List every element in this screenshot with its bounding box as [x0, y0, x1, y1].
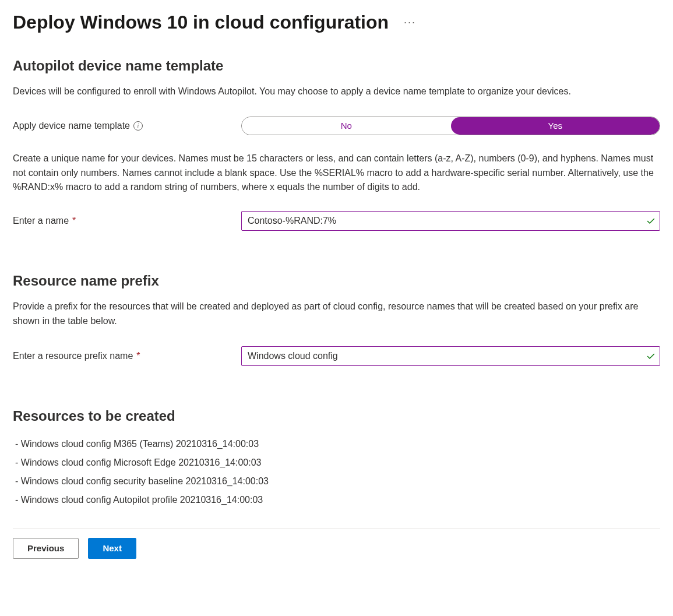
resources-list: Windows cloud config M365 (Teams) 202103… [13, 435, 660, 509]
resource-prefix-input[interactable] [241, 346, 660, 366]
next-button[interactable]: Next [88, 538, 136, 559]
previous-button[interactable]: Previous [13, 538, 79, 559]
apply-template-label: Apply device name template [13, 121, 130, 131]
info-icon[interactable]: i [133, 121, 143, 131]
list-item: Windows cloud config Autopilot profile 2… [15, 491, 660, 509]
list-item: Windows cloud config security baseline 2… [15, 472, 660, 491]
prefix-heading: Resource name prefix [13, 273, 660, 289]
autopilot-description: Devices will be configured to enroll wit… [13, 85, 654, 99]
device-name-input[interactable] [241, 211, 660, 231]
required-indicator: * [136, 351, 140, 361]
enter-name-label: Enter a name [13, 216, 69, 226]
toggle-option-no[interactable]: No [242, 117, 451, 135]
prefix-description: Provide a prefix for the resources that … [13, 300, 654, 329]
checkmark-icon [646, 216, 656, 226]
resources-heading: Resources to be created [13, 408, 660, 424]
toggle-option-yes[interactable]: Yes [451, 117, 660, 135]
required-indicator: * [72, 216, 76, 226]
list-item: Windows cloud config M365 (Teams) 202103… [15, 435, 660, 453]
apply-template-toggle[interactable]: No Yes [241, 117, 660, 135]
checkmark-icon [646, 351, 656, 361]
list-item: Windows cloud config Microsoft Edge 2021… [15, 453, 660, 472]
autopilot-heading: Autopilot device name template [13, 58, 660, 74]
prefix-label: Enter a resource prefix name [13, 351, 133, 361]
page-title: Deploy Windows 10 in cloud configuration [13, 12, 389, 33]
name-help-text: Create a unique name for your devices. N… [13, 152, 654, 195]
more-actions-button[interactable]: ··· [399, 14, 421, 31]
